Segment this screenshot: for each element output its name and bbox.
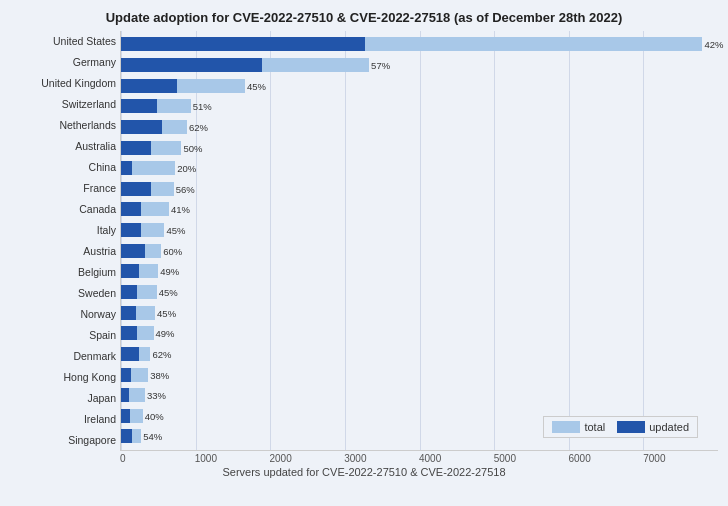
bar-pct-label: 57% <box>371 59 390 70</box>
y-label: Germany <box>10 57 116 68</box>
bar-pct-label: 62% <box>189 121 208 132</box>
y-labels: United StatesGermanyUnited KingdomSwitze… <box>10 31 120 451</box>
y-label: Ireland <box>10 414 116 425</box>
legend-updated-swatch <box>617 421 645 433</box>
bar-pct-label: 45% <box>166 225 185 236</box>
bar-updated <box>121 326 137 340</box>
bar-row: 45% <box>121 79 718 93</box>
bar-row: 51% <box>121 99 718 113</box>
bar-pct-label: 54% <box>143 431 162 442</box>
y-label: Belgium <box>10 267 116 278</box>
x-axis-label: 0 <box>120 453 195 464</box>
bar-updated <box>121 244 145 258</box>
bar-pct-label: 50% <box>183 142 202 153</box>
x-axis-title: Servers updated for CVE-2022-27510 & CVE… <box>10 466 718 478</box>
bar-updated <box>121 202 141 216</box>
bar-updated <box>121 347 139 361</box>
bar-row: 33% <box>121 388 718 402</box>
bar-pct-label: 45% <box>159 287 178 298</box>
y-label: Japan <box>10 393 116 404</box>
y-label: Canada <box>10 204 116 215</box>
legend-total-label: total <box>584 421 605 433</box>
y-label: Denmark <box>10 351 116 362</box>
bar-updated <box>121 141 151 155</box>
bars-wrapper: 42%57%45%51%62%50%20%56%41%45%60%49%45%4… <box>121 31 718 450</box>
y-label: Spain <box>10 330 116 341</box>
bar-pct-label: 49% <box>156 328 175 339</box>
bar-pct-label: 51% <box>193 101 212 112</box>
legend-updated-label: updated <box>649 421 689 433</box>
bar-row: 45% <box>121 306 718 320</box>
bar-pct-label: 49% <box>160 266 179 277</box>
bar-row: 20% <box>121 161 718 175</box>
bar-updated <box>121 37 365 51</box>
legend: total updated <box>543 416 698 438</box>
bar-updated <box>121 161 132 175</box>
bar-updated <box>121 285 137 299</box>
legend-total: total <box>552 421 605 433</box>
y-label: France <box>10 183 116 194</box>
bar-pct-label: 38% <box>150 369 169 380</box>
y-label: China <box>10 162 116 173</box>
bar-updated <box>121 99 157 113</box>
bar-updated <box>121 264 139 278</box>
bar-updated <box>121 79 177 93</box>
y-label: Singapore <box>10 435 116 446</box>
bars-area: 42%57%45%51%62%50%20%56%41%45%60%49%45%4… <box>120 31 718 451</box>
bar-pct-label: 60% <box>163 245 182 256</box>
bar-updated <box>121 388 129 402</box>
bar-row: 57% <box>121 58 718 72</box>
bar-row: 45% <box>121 285 718 299</box>
x-axis-label: 2000 <box>270 453 345 464</box>
bar-updated <box>121 120 162 134</box>
bar-updated <box>121 306 136 320</box>
bar-row: 62% <box>121 120 718 134</box>
y-label: Italy <box>10 225 116 236</box>
bar-pct-label: 40% <box>145 410 164 421</box>
bar-row: 49% <box>121 326 718 340</box>
bar-updated <box>121 429 132 443</box>
y-label: Austria <box>10 246 116 257</box>
bar-pct-label: 56% <box>176 183 195 194</box>
bar-updated <box>121 223 141 237</box>
bar-row: 56% <box>121 182 718 196</box>
bar-row: 41% <box>121 202 718 216</box>
legend-total-swatch <box>552 421 580 433</box>
bar-updated <box>121 58 262 72</box>
y-label: Norway <box>10 309 116 320</box>
bar-pct-label: 41% <box>171 204 190 215</box>
bar-pct-label: 45% <box>157 307 176 318</box>
bar-pct-label: 62% <box>152 348 171 359</box>
chart-title: Update adoption for CVE-2022-27510 & CVE… <box>10 10 718 25</box>
bar-row: 45% <box>121 223 718 237</box>
y-label: Switzerland <box>10 99 116 110</box>
y-label: Hong Kong <box>10 372 116 383</box>
y-label: Netherlands <box>10 120 116 131</box>
x-axis-label: 6000 <box>569 453 644 464</box>
chart-area: United StatesGermanyUnited KingdomSwitze… <box>10 31 718 451</box>
bar-updated <box>121 182 151 196</box>
bar-pct-label: 20% <box>177 163 196 174</box>
x-axis-label: 3000 <box>344 453 419 464</box>
bar-row: 42% <box>121 37 718 51</box>
y-label: United Kingdom <box>10 78 116 89</box>
x-axis-label: 7000 <box>643 453 718 464</box>
chart-container: Update adoption for CVE-2022-27510 & CVE… <box>0 0 728 506</box>
bar-row: 49% <box>121 264 718 278</box>
y-label: Australia <box>10 141 116 152</box>
bar-pct-label: 45% <box>247 80 266 91</box>
bar-pct-label: 33% <box>147 390 166 401</box>
bar-row: 38% <box>121 368 718 382</box>
x-axis-label: 5000 <box>494 453 569 464</box>
x-axis-label: 1000 <box>195 453 270 464</box>
y-label: Sweden <box>10 288 116 299</box>
x-axis-labels: 01000200030004000500060007000 <box>120 451 718 464</box>
y-label: United States <box>10 36 116 47</box>
bar-row: 62% <box>121 347 718 361</box>
x-axis-label: 4000 <box>419 453 494 464</box>
bar-updated <box>121 368 131 382</box>
bar-pct-label: 42% <box>704 39 723 50</box>
bar-row: 50% <box>121 141 718 155</box>
bar-row: 60% <box>121 244 718 258</box>
legend-updated: updated <box>617 421 689 433</box>
